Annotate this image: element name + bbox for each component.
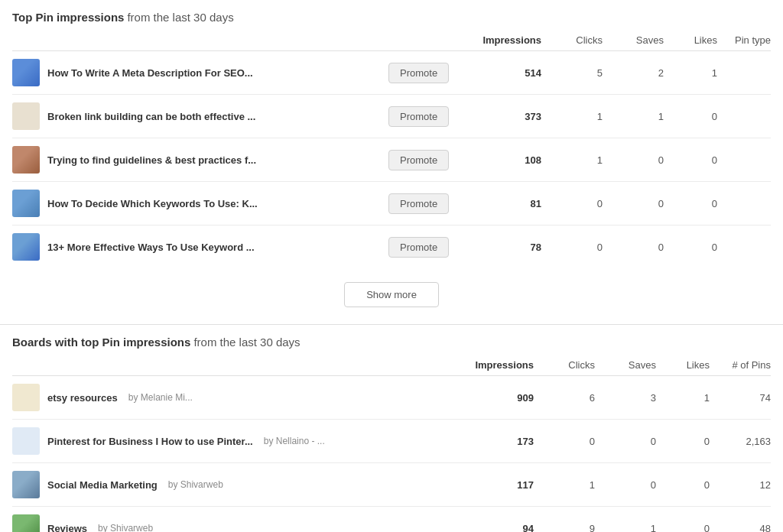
pin-info: 13+ More Effective Ways To Use Keyword .… — [12, 233, 388, 261]
board-by: by Melanie Mi... — [128, 392, 193, 403]
top-pins-title-bold: Top Pin impressions — [12, 11, 124, 24]
promote-cell: Promote — [388, 63, 457, 83]
header-pintype: Pin type — [717, 34, 771, 46]
top-pin-row: 13+ More Effective Ways To Use Keyword .… — [12, 225, 771, 268]
pin-info: How To Write A Meta Description For SEO.… — [12, 59, 388, 86]
clicks-value: 1 — [541, 111, 603, 122]
impressions-value: 81 — [457, 198, 541, 209]
board-info: Pinterest for Business I How to use Pint… — [12, 427, 450, 455]
saves-value: 1 — [603, 111, 664, 122]
board-thumbnail — [12, 514, 40, 532]
impressions-value: 514 — [457, 67, 541, 79]
board-impressions-value: 909 — [450, 392, 534, 404]
pin-info: Broken link building can be both effecti… — [12, 102, 388, 130]
board-pins-value: 74 — [710, 392, 771, 404]
top-pin-row: Broken link building can be both effecti… — [12, 95, 771, 138]
pin-info: Trying to find guidelines & best practic… — [12, 146, 388, 174]
header-clicks: Clicks — [541, 34, 603, 46]
impressions-value: 373 — [457, 111, 541, 122]
clicks-value: 0 — [541, 242, 603, 253]
saves-value: 0 — [603, 198, 664, 209]
board-info: Reviews by Shivarweb — [12, 514, 450, 532]
pin-thumbnail — [12, 102, 40, 130]
board-info: Social Media Marketing by Shivarweb — [12, 471, 450, 498]
board-likes-value: 0 — [656, 479, 710, 491]
saves-value: 2 — [603, 67, 664, 79]
board-row: Social Media Marketing by Shivarweb 117 … — [12, 463, 771, 507]
boards-title-normal: from the last 30 days — [193, 336, 300, 349]
board-title: Reviews — [47, 523, 87, 533]
boards-header-clicks: Clicks — [534, 359, 595, 371]
boards-title-bold: Boards with top Pin impressions — [12, 336, 190, 349]
board-likes-value: 0 — [656, 436, 710, 447]
board-by: by Shivarweb — [168, 479, 223, 490]
board-by: by Nellaino - ... — [264, 436, 325, 446]
pin-thumbnail — [12, 233, 40, 261]
boards-header-saves: Saves — [595, 359, 656, 371]
promote-cell: Promote — [388, 106, 457, 127]
board-pins-value: 12 — [710, 479, 771, 491]
board-thumbnail — [12, 471, 40, 498]
top-pins-table: Impressions Clicks Saves Likes Pin type … — [12, 30, 771, 268]
pin-title: How To Decide Which Keywords To Use: K..… — [47, 198, 258, 209]
promote-cell: Promote — [388, 237, 457, 258]
board-title: Social Media Marketing — [47, 479, 158, 491]
top-pins-rows: How To Write A Meta Description For SEO.… — [12, 51, 771, 268]
board-clicks-value: 0 — [534, 436, 595, 447]
board-title: etsy resources — [47, 392, 118, 404]
header-saves: Saves — [603, 34, 664, 46]
board-likes-value: 0 — [656, 523, 710, 533]
likes-value: 0 — [664, 242, 717, 253]
promote-cell: Promote — [388, 193, 457, 214]
promote-button[interactable]: Promote — [388, 106, 449, 127]
board-pins-value: 48 — [710, 523, 771, 533]
board-saves-value: 1 — [595, 523, 656, 533]
board-clicks-value: 1 — [534, 479, 595, 491]
board-saves-value: 0 — [595, 479, 656, 491]
clicks-value: 5 — [541, 67, 603, 79]
top-pins-header-row: Impressions Clicks Saves Likes Pin type — [12, 30, 771, 51]
top-pins-header: Top Pin impressions from the last 30 day… — [12, 0, 771, 30]
pin-title: How To Write A Meta Description For SEO.… — [47, 67, 253, 79]
top-pin-row: How To Decide Which Keywords To Use: K..… — [12, 182, 771, 225]
promote-button[interactable]: Promote — [388, 193, 449, 214]
board-title: Pinterest for Business I How to use Pint… — [47, 436, 253, 447]
saves-value: 0 — [603, 242, 664, 253]
saves-value: 0 — [603, 154, 664, 166]
board-impressions-value: 117 — [450, 479, 534, 491]
likes-value: 0 — [664, 111, 717, 122]
promote-cell: Promote — [388, 150, 457, 170]
top-pins-title-normal: from the last 30 days — [127, 11, 233, 24]
pin-title: 13+ More Effective Ways To Use Keyword .… — [47, 242, 255, 253]
header-impressions: Impressions — [457, 34, 541, 46]
show-more-button[interactable]: Show more — [344, 282, 439, 307]
pin-title: Trying to find guidelines & best practic… — [47, 154, 256, 166]
pin-info: How To Decide Which Keywords To Use: K..… — [12, 190, 388, 217]
promote-button[interactable]: Promote — [388, 237, 449, 258]
boards-header-row: Impressions Clicks Saves Likes # of Pins — [12, 355, 771, 376]
promote-button[interactable]: Promote — [388, 63, 449, 83]
board-impressions-value: 173 — [450, 436, 534, 447]
board-clicks-value: 9 — [534, 523, 595, 533]
top-pin-row: How To Write A Meta Description For SEO.… — [12, 51, 771, 95]
boards-header-likes: Likes — [656, 359, 710, 371]
likes-value: 0 — [664, 198, 717, 209]
header-likes: Likes — [664, 34, 717, 46]
boards-rows: etsy resources by Melanie Mi... 909 6 3 … — [12, 376, 771, 532]
pin-thumbnail — [12, 146, 40, 174]
likes-value: 1 — [664, 67, 717, 79]
board-pins-value: 2,163 — [710, 436, 771, 447]
board-info: etsy resources by Melanie Mi... — [12, 384, 450, 411]
boards-header: Boards with top Pin impressions from the… — [12, 325, 771, 355]
boards-header-pins: # of Pins — [710, 359, 771, 371]
impressions-value: 108 — [457, 154, 541, 166]
board-row: Pinterest for Business I How to use Pint… — [12, 420, 771, 463]
board-saves-value: 0 — [595, 436, 656, 447]
board-likes-value: 1 — [656, 392, 710, 404]
likes-value: 0 — [664, 154, 717, 166]
board-thumbnail — [12, 384, 40, 411]
pin-title: Broken link building can be both effecti… — [47, 111, 255, 122]
board-clicks-value: 6 — [534, 392, 595, 404]
board-row: Reviews by Shivarweb 94 9 1 0 48 — [12, 507, 771, 532]
promote-button[interactable]: Promote — [388, 150, 449, 170]
